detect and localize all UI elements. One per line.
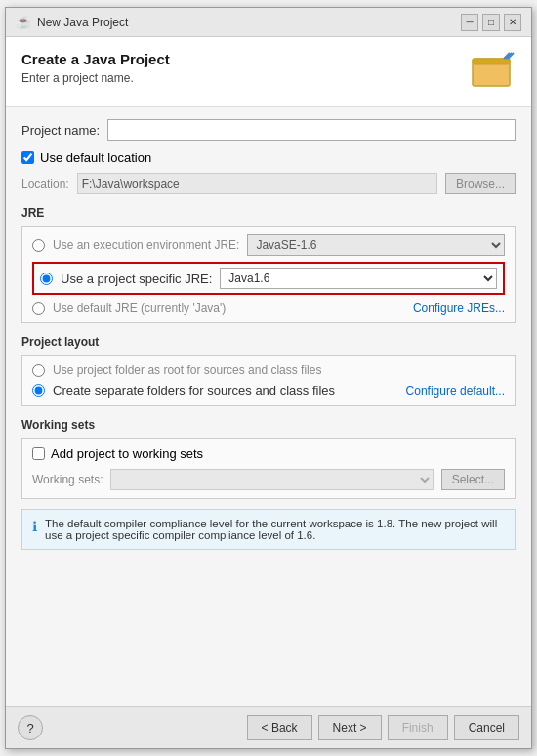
content-area: Project name: Use default location Locat… <box>6 107 531 706</box>
layout-root-radio[interactable] <box>32 364 45 377</box>
title-bar-left: ☕ New Java Project <box>16 15 128 30</box>
footer-buttons: < Back Next > Finish Cancel <box>247 715 519 740</box>
cancel-button[interactable]: Cancel <box>454 715 519 740</box>
working-sets-add-label: Add project to working sets <box>51 446 203 461</box>
next-button[interactable]: Next > <box>318 715 382 740</box>
java-icon: ☕ <box>16 15 31 30</box>
title-bar-text: New Java Project <box>37 16 128 29</box>
working-sets-checkbox[interactable] <box>32 447 45 460</box>
header-icon <box>469 51 516 97</box>
back-button[interactable]: < Back <box>247 715 312 740</box>
jre-specific-radio[interactable] <box>40 273 53 285</box>
project-layout-label: Project layout <box>21 335 516 349</box>
location-label: Location: <box>21 177 69 190</box>
dialog-subtitle: Enter a project name. <box>21 71 170 85</box>
layout-folders-radio[interactable] <box>32 384 45 397</box>
project-name-row: Project name: <box>21 119 516 141</box>
jre-env-dropdown[interactable]: JavaSE-1.6 <box>247 234 505 256</box>
project-layout-box: Use project folder as root for sources a… <box>21 355 516 406</box>
default-location-checkbox[interactable] <box>21 151 34 164</box>
jre-specific-dropdown[interactable]: Java1.6 <box>220 268 497 289</box>
working-sets-box: Add project to working sets Working sets… <box>21 438 516 499</box>
title-bar-controls: ─ □ ✕ <box>461 14 521 31</box>
footer: ? < Back Next > Finish Cancel <box>6 706 531 748</box>
finish-button[interactable]: Finish <box>388 715 448 740</box>
location-input[interactable] <box>77 173 437 194</box>
jre-env-radio[interactable] <box>32 239 45 252</box>
info-icon: ℹ <box>32 519 37 534</box>
jre-default-label: Use default JRE (currently 'Java') <box>53 301 226 315</box>
jre-option1-row: Use an execution environment JRE: JavaSE… <box>32 234 505 256</box>
configure-jres-link[interactable]: Configure JREs... <box>413 301 505 315</box>
jre-option3-row: Use default JRE (currently 'Java') Confi… <box>32 301 505 315</box>
header-area: Create a Java Project Enter a project na… <box>6 37 531 107</box>
jre-env-label: Use an execution environment JRE: <box>53 238 239 252</box>
jre-section-label: JRE <box>21 206 516 220</box>
working-sets-select-row: Working sets: Select... <box>32 469 505 490</box>
jre-option2-row: Use a project specific JRE: Java1.6 <box>32 262 505 295</box>
working-sets-label: Working sets: <box>32 473 103 486</box>
info-box: ℹ The default compiler compliance level … <box>21 509 516 550</box>
minimize-button[interactable]: ─ <box>461 14 478 31</box>
default-location-row: Use default location <box>21 150 516 165</box>
layout-root-label: Use project folder as root for sources a… <box>53 363 321 377</box>
dialog-window: ☕ New Java Project ─ □ ✕ Create a Java P… <box>5 7 532 749</box>
configure-default-link[interactable]: Configure default... <box>406 384 505 398</box>
layout-folders-label: Create separate folders for sources and … <box>53 383 406 398</box>
location-row: Location: Browse... <box>21 173 516 194</box>
svg-rect-1 <box>473 59 510 64</box>
jre-default-radio[interactable] <box>32 302 45 315</box>
layout-option1-row: Use project folder as root for sources a… <box>32 363 505 377</box>
project-name-input[interactable] <box>107 119 516 141</box>
working-sets-dropdown[interactable] <box>110 469 433 490</box>
header-text: Create a Java Project Enter a project na… <box>21 51 170 85</box>
browse-button[interactable]: Browse... <box>445 173 516 194</box>
dialog-title: Create a Java Project <box>21 51 170 67</box>
working-sets-select-button[interactable]: Select... <box>441 469 505 490</box>
layout-option2-row: Create separate folders for sources and … <box>32 383 505 398</box>
jre-specific-label: Use a project specific JRE: <box>61 272 212 286</box>
help-button[interactable]: ? <box>18 715 43 740</box>
working-sets-checkbox-row: Add project to working sets <box>32 446 505 461</box>
info-message: The default compiler compliance level fo… <box>45 518 505 541</box>
working-sets-section-label: Working sets <box>21 418 516 432</box>
maximize-button[interactable]: □ <box>482 14 500 31</box>
default-location-label: Use default location <box>40 150 151 165</box>
jre-section-box: Use an execution environment JRE: JavaSE… <box>21 226 516 323</box>
project-name-label: Project name: <box>21 123 100 138</box>
close-button[interactable]: ✕ <box>504 14 521 31</box>
title-bar: ☕ New Java Project ─ □ ✕ <box>6 8 531 37</box>
